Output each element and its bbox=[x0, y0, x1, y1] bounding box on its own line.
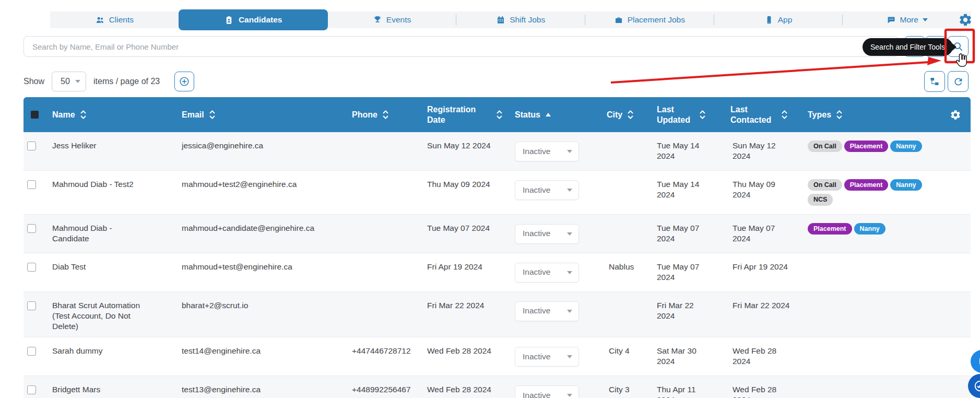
col-header-city[interactable]: City bbox=[599, 110, 647, 120]
last-updated: Tue May 07 2024 bbox=[657, 262, 709, 283]
table-body: Jess Helikerjessica@enginehire.caSun May… bbox=[23, 132, 971, 398]
nav-tab-more[interactable]: More bbox=[843, 15, 971, 25]
table-columns-gear[interactable] bbox=[940, 109, 971, 121]
col-header-types[interactable]: Types bbox=[801, 110, 940, 120]
row-checkbox[interactable] bbox=[27, 347, 36, 356]
row-checkbox[interactable] bbox=[27, 180, 36, 189]
nav-tab-candidates[interactable]: Candidates bbox=[179, 9, 328, 30]
page-size-value: 50 bbox=[61, 77, 70, 86]
id-badge-icon bbox=[224, 15, 234, 25]
search-input[interactable] bbox=[23, 36, 899, 57]
sort-icon bbox=[497, 110, 502, 119]
col-header-status[interactable]: Status bbox=[505, 110, 599, 120]
col-header-registration-date[interactable]: Registration Date bbox=[418, 104, 505, 125]
candidate-email: test14@enginehire.ca bbox=[182, 346, 261, 355]
table-header: Name Email Phone Registration Date Statu… bbox=[23, 97, 971, 132]
status-value: Inactive bbox=[523, 352, 550, 362]
chevron-down-icon bbox=[567, 232, 572, 236]
row-checkbox[interactable] bbox=[27, 263, 36, 272]
col-header-name[interactable]: Name bbox=[43, 110, 172, 120]
table-row: Mahmoud Diab - Test2mahmoud+test2@engine… bbox=[23, 171, 971, 215]
chevron-down-icon bbox=[75, 80, 80, 83]
nav-tab-placement-jobs[interactable]: Placement Jobs bbox=[585, 15, 714, 25]
row-checkbox[interactable] bbox=[27, 224, 36, 233]
chat-widget-button[interactable] bbox=[971, 350, 980, 373]
nav-tab-clients[interactable]: Clients bbox=[50, 15, 179, 25]
status-value: Inactive bbox=[523, 390, 550, 398]
last-updated: Fri Mar 22 2024 bbox=[657, 300, 709, 321]
col-header-phone[interactable]: Phone bbox=[343, 110, 418, 120]
candidate-name: Bharat Scrut Automation (Test Account, D… bbox=[52, 301, 140, 331]
page-size-select[interactable]: 50 bbox=[52, 72, 86, 91]
top-navbar: Clients Candidates Events Shift Jobs Pla… bbox=[50, 11, 971, 28]
refresh-icon bbox=[953, 76, 964, 87]
row-checkbox[interactable] bbox=[27, 385, 36, 394]
registration-date: Tue May 07 2024 bbox=[427, 224, 490, 232]
status-dropdown[interactable]: Inactive bbox=[515, 224, 579, 244]
row-checkbox[interactable] bbox=[27, 142, 36, 150]
nav-label: Placement Jobs bbox=[628, 15, 685, 25]
candidate-name: Sarah dummy bbox=[52, 346, 102, 355]
chevron-down-icon bbox=[567, 189, 572, 192]
add-button[interactable] bbox=[174, 72, 194, 91]
type-badge: On Call bbox=[808, 179, 842, 191]
table-row: Sarah dummytest14@enginehire.ca+44744672… bbox=[23, 337, 971, 376]
candidate-name: Bridgett Mars bbox=[52, 385, 100, 394]
last-updated: Tue May 14 2024 bbox=[657, 141, 709, 161]
candidate-phone: +447446728712 bbox=[352, 346, 411, 355]
nav-tab-app[interactable]: App bbox=[714, 15, 843, 25]
candidate-email: mahmoud+test2@enginehire.ca bbox=[182, 180, 297, 189]
red-arrow-line bbox=[611, 62, 929, 83]
type-badge: NCS bbox=[808, 194, 833, 205]
candidate-email: jessica@enginehire.ca bbox=[182, 141, 263, 150]
type-badge: Placement bbox=[808, 223, 852, 235]
double-check-icon bbox=[973, 379, 980, 393]
col-header-last-updated[interactable]: Last Updated bbox=[647, 104, 723, 125]
type-badge: Nanny bbox=[890, 141, 922, 152]
red-arrow-head bbox=[927, 57, 941, 65]
status-value: Inactive bbox=[523, 228, 550, 239]
select-all-checkbox[interactable] bbox=[31, 111, 39, 119]
users-icon bbox=[95, 15, 105, 25]
col-header-email[interactable]: Email bbox=[172, 110, 343, 120]
registration-date: Thu May 09 2024 bbox=[427, 180, 490, 189]
sort-icon bbox=[628, 110, 633, 119]
chevron-down-icon bbox=[567, 150, 572, 153]
gear-icon bbox=[950, 109, 961, 121]
nav-tab-shift-jobs[interactable]: Shift Jobs bbox=[456, 15, 585, 25]
last-contacted: Fri Mar 22 2024 bbox=[733, 300, 789, 311]
candidate-city: City 4 bbox=[609, 346, 630, 355]
briefcase-icon bbox=[614, 15, 623, 25]
arrange-columns-button[interactable] bbox=[924, 71, 945, 92]
candidate-name: Mahmoud Diab - Test2 bbox=[52, 180, 134, 189]
status-dropdown[interactable]: Inactive bbox=[515, 301, 579, 321]
chevron-down-icon bbox=[567, 394, 572, 397]
table-row: Bharat Scrut Automation (Test Account, D… bbox=[23, 292, 971, 337]
sort-icon bbox=[383, 110, 388, 119]
row-checkbox[interactable] bbox=[27, 301, 36, 310]
last-updated: Tue May 14 2024 bbox=[657, 179, 709, 200]
table-row: Diab Testmahmoud+test@enginehire.caFri A… bbox=[23, 253, 971, 292]
status-dropdown[interactable]: Inactive bbox=[515, 263, 579, 283]
status-dropdown[interactable]: Inactive bbox=[515, 180, 579, 200]
last-updated: Sat Mar 30 2024 bbox=[657, 346, 709, 367]
chevron-down-icon bbox=[923, 18, 928, 21]
sort-icon bbox=[782, 110, 787, 119]
registration-date: Wed Feb 28 2024 bbox=[427, 346, 491, 355]
status-dropdown[interactable]: Inactive bbox=[515, 385, 579, 398]
status-dropdown[interactable]: Inactive bbox=[515, 142, 579, 161]
refresh-button[interactable] bbox=[948, 71, 969, 92]
registration-date: Sun May 12 2024 bbox=[427, 141, 491, 150]
sort-icon bbox=[209, 110, 215, 119]
sort-icon bbox=[80, 110, 86, 119]
nav-tab-events[interactable]: Events bbox=[328, 15, 456, 25]
candidate-phone: +448992256467 bbox=[352, 385, 411, 394]
status-dropdown[interactable]: Inactive bbox=[515, 347, 579, 367]
col-header-last-contacted[interactable]: Last Contacted bbox=[723, 104, 801, 125]
nav-label: App bbox=[778, 15, 793, 25]
trophy-icon bbox=[373, 15, 382, 25]
type-badge: Nanny bbox=[890, 179, 922, 191]
candidate-city: Nablus bbox=[609, 262, 634, 271]
status-value: Inactive bbox=[523, 146, 550, 157]
settings-gear-icon[interactable] bbox=[958, 13, 973, 27]
